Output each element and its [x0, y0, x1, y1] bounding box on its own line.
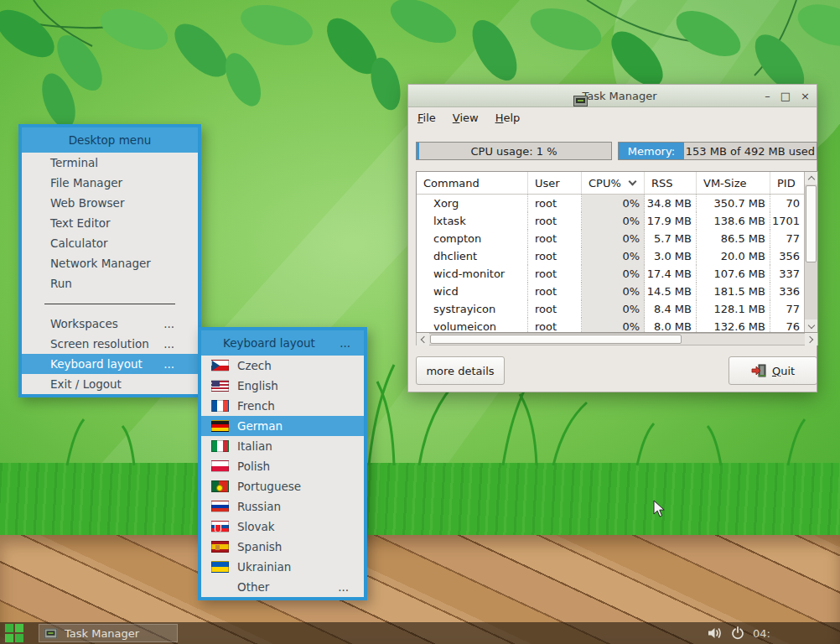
memory-value: 153 MB of 492 MB used	[684, 143, 817, 159]
scroll-up-icon[interactable]	[805, 172, 817, 184]
titlebar[interactable]: Task Manager – □ ×	[408, 85, 817, 107]
table-row[interactable]: wicdroot0%14.5 MB181.5 MB336	[417, 283, 805, 300]
window-icon	[44, 628, 57, 638]
portuguese-flag-icon	[211, 480, 229, 492]
kb-item-polish[interactable]: Polish	[201, 456, 364, 476]
kb-item-spanish[interactable]: Spanish	[201, 537, 364, 557]
desktop-menu-title: Desktop menu	[22, 127, 198, 153]
kb-item-other[interactable]: Other...	[201, 577, 364, 597]
kb-item-french[interactable]: French	[201, 396, 364, 416]
vertical-scroll-thumb[interactable]	[806, 185, 817, 262]
task-manager-icon	[573, 96, 588, 106]
slovak-flag-icon	[211, 521, 229, 532]
keyboard-layout-title: Keyboard layout...	[201, 330, 364, 356]
table-row[interactable]: systrayiconroot0%8.4 MB128.1 MB77	[417, 300, 805, 318]
kb-item-italian[interactable]: Italian	[201, 436, 364, 456]
col-rss[interactable]: RSS	[645, 172, 697, 194]
task-manager-window: Task Manager – □ × File View Help CPU us…	[407, 84, 817, 392]
menu-item-keyboard-layout[interactable]: Keyboard layout...	[22, 354, 198, 374]
menu-item-terminal[interactable]: Terminal	[22, 153, 198, 173]
kb-item-russian[interactable]: Russian	[201, 496, 364, 517]
ukrainian-flag-icon	[211, 561, 229, 573]
table-row[interactable]: wicd-monitorroot0%17.4 MB107.6 MB337	[417, 265, 805, 283]
table-row[interactable]: lxtaskroot0%17.9 MB138.6 MB1701	[417, 212, 805, 230]
kb-item-czech[interactable]: Czech	[201, 356, 364, 376]
vertical-scrollbar[interactable]	[804, 172, 817, 332]
menu-item-text-editor[interactable]: Text Editor	[22, 213, 198, 233]
horizontal-scroll-thumb[interactable]	[430, 335, 682, 344]
polish-flag-icon	[211, 460, 229, 472]
scroll-left-icon[interactable]	[417, 333, 429, 345]
spanish-flag-icon	[211, 541, 229, 553]
more-details-button[interactable]: more details	[416, 356, 505, 385]
menu-item-file-manager[interactable]: File Manager	[22, 173, 198, 193]
taskbar: Task Manager 04:	[0, 622, 840, 644]
kb-item-english[interactable]: English	[201, 376, 364, 396]
maximize-icon[interactable]: □	[780, 91, 791, 101]
menu-help[interactable]: Help	[495, 112, 521, 124]
desktop: Task Manager – □ × File View Help CPU us…	[0, 0, 840, 644]
quit-button[interactable]: Quit	[729, 356, 817, 385]
col-vmsize[interactable]: VM-Size	[697, 172, 770, 194]
kb-item-ukrainian[interactable]: Ukrainian	[201, 557, 364, 577]
keyboard-layout-menu: Keyboard layout... Czech English French …	[198, 327, 367, 600]
system-tray: 04:	[708, 626, 781, 640]
minimize-icon[interactable]: –	[765, 91, 770, 101]
desktop-menu: Desktop menu Terminal File Manager Web B…	[18, 124, 201, 397]
close-icon[interactable]: ×	[801, 91, 810, 101]
sort-descending-icon	[628, 177, 636, 185]
col-pid[interactable]: PID	[770, 172, 805, 194]
quit-door-icon	[751, 364, 767, 377]
menu-item-web-browser[interactable]: Web Browser	[22, 193, 198, 213]
kb-item-slovak[interactable]: Slovak	[201, 517, 364, 537]
menu-item-network-manager[interactable]: Network Manager	[22, 253, 198, 273]
app-menu-icon[interactable]	[5, 624, 23, 642]
window-title: Task Manager	[582, 90, 656, 102]
volume-icon[interactable]	[708, 626, 723, 640]
memory-label: Memory:	[619, 143, 684, 159]
col-cpu[interactable]: CPU%	[582, 172, 645, 194]
table-row[interactable]: dhclientroot0%3.0 MB20.0 MB356	[417, 247, 805, 265]
menu-item-screen-resolution[interactable]: Screen resolution...	[22, 334, 198, 354]
table-row[interactable]: volumeiconroot0%8.0 MB132.6 MB76	[417, 318, 805, 333]
grass-band	[0, 463, 840, 538]
menu-item-workspaces[interactable]: Workspaces...	[22, 314, 198, 334]
menu-item-run[interactable]: Run	[22, 273, 198, 293]
menu-view[interactable]: View	[453, 112, 479, 124]
clock[interactable]: 04:	[753, 627, 781, 640]
russian-flag-icon	[211, 501, 229, 512]
scroll-right-icon[interactable]	[805, 333, 817, 345]
memory-bar: Memory: 153 MB of 492 MB used	[618, 142, 817, 160]
kb-item-portuguese[interactable]: Portuguese	[201, 476, 364, 496]
italian-flag-icon	[211, 440, 229, 452]
scroll-down-icon[interactable]	[805, 319, 817, 332]
menu-item-calculator[interactable]: Calculator	[22, 233, 198, 253]
czech-flag-icon	[211, 360, 229, 371]
cpu-usage-bar: CPU usage: 1 %	[416, 142, 612, 160]
kb-item-german[interactable]: German	[201, 416, 364, 436]
us-flag-icon	[211, 380, 229, 392]
taskbar-task-button[interactable]: Task Manager	[39, 624, 178, 642]
table-header: Command User CPU% RSS VM-Size PID	[417, 172, 805, 195]
french-flag-icon	[211, 400, 229, 412]
process-table: Command User CPU% RSS VM-Size PID Xorgro…	[416, 171, 818, 333]
horizontal-scrollbar[interactable]	[416, 333, 818, 345]
table-row[interactable]: Xorgroot0%34.8 MB350.7 MB70	[417, 195, 805, 212]
table-row[interactable]: comptonroot0%5.7 MB86.5 MB77	[417, 230, 805, 247]
col-user[interactable]: User	[528, 172, 582, 194]
menu-bar: File View Help	[408, 107, 817, 127]
menu-separator	[22, 293, 198, 314]
col-command[interactable]: Command	[417, 172, 528, 194]
german-flag-icon	[211, 420, 229, 432]
cpu-usage-label: CPU usage: 1 %	[417, 143, 611, 159]
power-icon[interactable]	[731, 626, 744, 640]
menu-item-exit-logout[interactable]: Exit / Logout	[22, 374, 198, 394]
menu-file[interactable]: File	[417, 112, 436, 124]
